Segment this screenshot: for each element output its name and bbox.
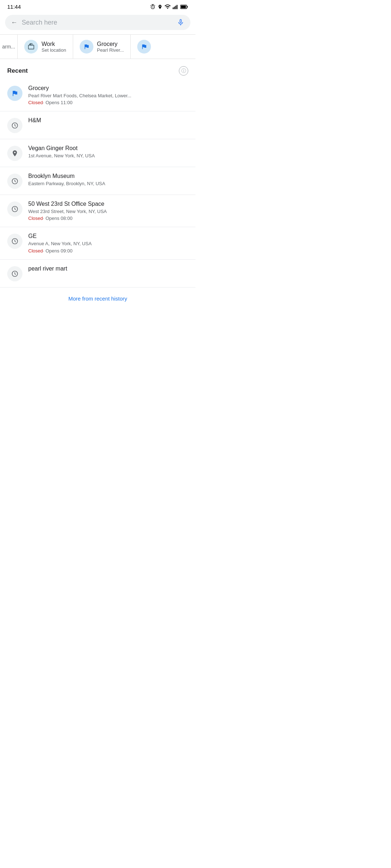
vegan-subtitle: 1st Avenue, New York, NY, USA bbox=[28, 153, 188, 159]
chip-work-subtitle: Set location bbox=[42, 47, 66, 53]
chip-arm-label: arm... bbox=[2, 44, 15, 50]
list-item-brooklyn[interactable]: Brooklyn Museum Eastern Parkway, Brookly… bbox=[0, 167, 196, 195]
search-input[interactable]: Search here bbox=[22, 19, 172, 26]
ge-closed: Closed bbox=[28, 248, 43, 254]
hm-content: H&M bbox=[28, 117, 188, 125]
status-icons bbox=[150, 4, 188, 10]
brooklyn-title: Brooklyn Museum bbox=[28, 173, 188, 179]
chip-work[interactable]: Work Set location bbox=[18, 35, 73, 59]
grocery-status: Closed· Opens 11:00 bbox=[28, 100, 188, 105]
office-title: 50 West 23rd St Office Space bbox=[28, 201, 188, 207]
briefcase-icon-circle bbox=[24, 40, 38, 54]
svg-rect-2 bbox=[174, 7, 175, 9]
chip-work-title: Work bbox=[42, 41, 66, 47]
ge-opens: · Opens 09:00 bbox=[43, 248, 72, 254]
clock-icon-circle-ge bbox=[7, 234, 22, 249]
brooklyn-content: Brooklyn Museum Eastern Parkway, Brookly… bbox=[28, 173, 188, 187]
search-bar[interactable]: ← Search here bbox=[5, 15, 190, 30]
hm-title: H&M bbox=[28, 117, 188, 124]
status-bar: 11:44 bbox=[0, 0, 196, 12]
office-opens: · Opens 08:00 bbox=[43, 216, 72, 221]
office-closed: Closed bbox=[28, 216, 43, 221]
grocery-opens: · Opens 11:00 bbox=[43, 100, 72, 105]
svg-rect-3 bbox=[175, 5, 176, 9]
list-item-grocery[interactable]: Grocery Pearl River Mart Foods, Chelsea … bbox=[0, 79, 196, 111]
ge-title: GE bbox=[28, 233, 188, 239]
info-icon[interactable]: ⓘ bbox=[179, 66, 188, 76]
list-item-pearl[interactable]: pearl river mart bbox=[0, 260, 196, 288]
alarm-icon bbox=[150, 4, 156, 10]
chip-grocery-subtitle: Pearl River... bbox=[97, 47, 124, 53]
pin-icon-vegan bbox=[11, 150, 18, 157]
chip-grocery-title: Grocery bbox=[97, 41, 124, 47]
wifi-icon bbox=[164, 4, 171, 9]
flag-icon-list-grocery bbox=[11, 90, 18, 97]
clock-icon-pearl bbox=[11, 270, 18, 277]
grocery-title: Grocery bbox=[28, 85, 188, 92]
recent-header: Recent ⓘ bbox=[0, 59, 196, 79]
clock-icon-circle-office bbox=[7, 201, 22, 217]
pearl-title: pearl river mart bbox=[28, 265, 188, 272]
signal-icon bbox=[173, 4, 178, 9]
list-item-office[interactable]: 50 West 23rd St Office Space West 23rd S… bbox=[0, 195, 196, 227]
clock-icon-office bbox=[11, 205, 18, 213]
grocery-subtitle: Pearl River Mart Foods, Chelsea Market, … bbox=[28, 93, 188, 99]
vegan-content: Vegan Ginger Root 1st Avenue, New York, … bbox=[28, 145, 188, 159]
chip-grocery-text: Grocery Pearl River... bbox=[97, 41, 124, 53]
svg-rect-6 bbox=[181, 5, 186, 8]
pin-icon-circle-vegan bbox=[7, 146, 22, 161]
flag-icon-circle-extra bbox=[137, 40, 151, 54]
grocery-content: Grocery Pearl River Mart Foods, Chelsea … bbox=[28, 85, 188, 105]
grocery-closed: Closed bbox=[28, 100, 43, 105]
clock-icon-circle-hm bbox=[7, 118, 22, 133]
mic-icon[interactable] bbox=[177, 18, 185, 26]
battery-icon bbox=[180, 5, 188, 9]
svg-rect-1 bbox=[173, 7, 173, 9]
flag-icon-circle-list-grocery bbox=[7, 86, 22, 101]
ge-status: Closed· Opens 09:00 bbox=[28, 248, 188, 254]
location-icon bbox=[157, 4, 163, 10]
vegan-title: Vegan Ginger Root bbox=[28, 145, 188, 152]
list-item-vegan[interactable]: Vegan Ginger Root 1st Avenue, New York, … bbox=[0, 139, 196, 167]
chips-row: arm... Work Set location Grocery Pearl R… bbox=[0, 34, 196, 59]
svg-rect-4 bbox=[177, 5, 177, 9]
briefcase-icon bbox=[28, 43, 35, 50]
more-history: More from recent history bbox=[0, 288, 196, 316]
pearl-content: pearl river mart bbox=[28, 265, 188, 273]
ge-subtitle: Avenue A, New York, NY, USA bbox=[28, 241, 188, 247]
recent-label: Recent bbox=[7, 67, 28, 75]
list-item-hm[interactable]: H&M bbox=[0, 111, 196, 139]
chip-work-text: Work Set location bbox=[42, 41, 66, 53]
chip-arm[interactable]: arm... bbox=[0, 35, 18, 59]
list-item-ge[interactable]: GE Avenue A, New York, NY, USA Closed· O… bbox=[0, 227, 196, 259]
flag-icon-circle-grocery bbox=[80, 40, 93, 54]
flag-icon-extra bbox=[141, 43, 147, 50]
office-status: Closed· Opens 08:00 bbox=[28, 216, 188, 221]
status-time: 11:44 bbox=[7, 4, 21, 10]
office-content: 50 West 23rd St Office Space West 23rd S… bbox=[28, 201, 188, 221]
clock-icon-brooklyn bbox=[11, 178, 18, 185]
flag-icon-grocery bbox=[83, 43, 90, 50]
chip-grocery[interactable]: Grocery Pearl River... bbox=[73, 35, 131, 59]
clock-icon-circle-pearl bbox=[7, 266, 22, 281]
ge-content: GE Avenue A, New York, NY, USA Closed· O… bbox=[28, 233, 188, 253]
chip-extra[interactable] bbox=[131, 35, 157, 59]
brooklyn-subtitle: Eastern Parkway, Brooklyn, NY, USA bbox=[28, 180, 188, 187]
clock-icon-hm bbox=[11, 122, 18, 129]
clock-icon-ge bbox=[11, 238, 18, 245]
office-subtitle: West 23rd Street, New York, NY, USA bbox=[28, 208, 188, 215]
more-history-link[interactable]: More from recent history bbox=[68, 295, 127, 302]
back-button[interactable]: ← bbox=[11, 19, 17, 26]
clock-icon-circle-brooklyn bbox=[7, 174, 22, 189]
